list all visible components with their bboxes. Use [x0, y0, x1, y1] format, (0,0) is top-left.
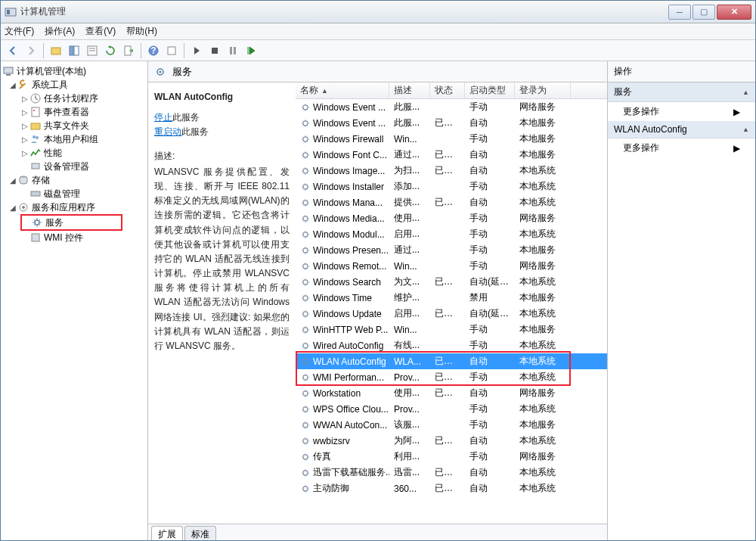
collapse-icon[interactable]: ◢: [8, 204, 17, 212]
bottom-tabs: 扩展 标准: [148, 524, 607, 540]
tree-services[interactable]: 服务: [22, 216, 121, 229]
collapse-icon[interactable]: ◢: [8, 176, 17, 185]
expand-icon[interactable]: ▷: [20, 95, 29, 103]
service-row[interactable]: Windows Font C...通过...已启动自动本地服务: [296, 147, 607, 163]
service-row[interactable]: wwbizsrv为阿...已启动自动本地系统: [296, 433, 607, 449]
folder-share-icon: [29, 120, 42, 132]
play-button[interactable]: [188, 42, 205, 59]
perf-icon: [29, 147, 42, 159]
nav-forward-button[interactable]: [23, 42, 39, 59]
service-row[interactable]: Windows Image...为扫...已启动自动本地系统: [296, 163, 607, 179]
tree-storage[interactable]: ◢ 存储: [2, 173, 146, 187]
actions-section-selected[interactable]: WLAN AutoConfig ▲: [608, 121, 755, 138]
service-row[interactable]: WMI Performan...Prov...已启动手动本地系统: [296, 369, 607, 385]
pause-button[interactable]: [225, 42, 241, 59]
tree-devicemgr[interactable]: 设备管理器: [2, 160, 146, 173]
expand-icon[interactable]: ▷: [20, 135, 29, 144]
service-row[interactable]: Windows Event ...此服...已启动自动本地服务: [296, 115, 607, 131]
service-logon: 网络服务: [515, 387, 571, 400]
minimize-button[interactable]: ─: [668, 5, 691, 20]
actions-section-services[interactable]: 服务 ▲: [608, 82, 755, 102]
actions-more-1[interactable]: 更多操作 ▶: [608, 102, 755, 121]
service-row[interactable]: 迅雷下载基础服务...迅雷...已启动自动本地系统: [296, 465, 607, 480]
clock-icon: [29, 92, 42, 104]
export-button[interactable]: [120, 42, 137, 59]
collapse-icon[interactable]: ◢: [8, 81, 17, 89]
svg-rect-23: [32, 163, 39, 169]
menu-view[interactable]: 查看(V): [85, 25, 116, 38]
service-row[interactable]: Windows Media...使用...手动网络服务: [296, 210, 607, 226]
expand-icon[interactable]: ▷: [20, 149, 29, 157]
tab-standard[interactable]: 标准: [184, 526, 216, 540]
service-row[interactable]: Windows Event ...此服...手动网络服务: [296, 99, 607, 115]
service-row[interactable]: WPS Office Clou...Prov...手动本地系统: [296, 401, 607, 417]
tree-pane[interactable]: 计算机管理(本地) ◢ 系统工具 ▷ 任务计划程序 ▷ 事件查看器 ▷ 共享文件…: [1, 61, 148, 540]
service-row[interactable]: Windows Remot...Win...手动网络服务: [296, 258, 607, 274]
gear-icon: [300, 197, 311, 208]
col-header-desc[interactable]: 描述: [389, 82, 430, 98]
service-row[interactable]: WLAN AutoConfigWLA...已启动自动本地系统: [296, 353, 607, 369]
menu-help[interactable]: 帮助(H): [126, 25, 157, 38]
col-header-startup[interactable]: 启动类型: [465, 82, 515, 98]
tree-wmi[interactable]: WMI 控件: [2, 231, 146, 244]
service-row[interactable]: 传真利用...手动网络服务: [296, 449, 607, 465]
col-header-status[interactable]: 状态: [430, 82, 465, 98]
service-row[interactable]: 主动防御360...已启动自动本地系统: [296, 480, 607, 496]
menu-action[interactable]: 操作(A): [45, 25, 75, 38]
text: 此服务: [181, 126, 209, 137]
up-button[interactable]: [48, 42, 64, 59]
gear-icon: [300, 150, 311, 160]
service-row[interactable]: Windows Mana...提供...已启动自动本地系统: [296, 194, 607, 210]
tree-label: WMI 控件: [44, 232, 83, 244]
tree-servicesapps[interactable]: ◢ 服务和应用程序: [2, 201, 146, 214]
service-row[interactable]: Windows Installer添加...手动本地系统: [296, 179, 607, 194]
stop-button[interactable]: [206, 42, 223, 59]
tree-eventviewer[interactable]: ▷ 事件查看器: [2, 105, 146, 119]
filter-button[interactable]: [163, 42, 180, 59]
service-row[interactable]: Windows Time维护...禁用本地服务: [296, 290, 607, 306]
service-name: WMI Performan...: [313, 372, 384, 383]
actions-more-2[interactable]: 更多操作 ▶: [608, 138, 755, 157]
service-row[interactable]: Windows FirewallWin...手动本地服务: [296, 131, 607, 147]
maximize-button[interactable]: ▢: [692, 5, 715, 20]
properties-button[interactable]: [84, 42, 101, 59]
restart-link[interactable]: 重启动: [154, 126, 181, 137]
service-row[interactable]: Windows Update启用...已启动自动(延迟...本地系统: [296, 306, 607, 322]
stop-service-line: 停止此服务: [154, 110, 290, 125]
service-row[interactable]: Wired AutoConfig有线...手动本地系统: [296, 337, 607, 353]
service-logon: 本地服务: [515, 418, 571, 431]
service-row[interactable]: WinHTTP Web P...Win...手动本地服务: [296, 322, 607, 337]
service-row[interactable]: Windows Search为文...已启动自动(延迟...本地系统: [296, 274, 607, 290]
col-header-name[interactable]: 名称▲: [296, 82, 389, 98]
menu-file[interactable]: 文件(F): [5, 25, 34, 38]
service-desc: 有线...: [389, 339, 430, 352]
svg-point-51: [303, 406, 308, 411]
tree-taskscheduler[interactable]: ▷ 任务计划程序: [2, 92, 146, 105]
close-button[interactable]: ✕: [717, 5, 751, 20]
service-row[interactable]: WWAN AutoCon...该服...手动本地服务: [296, 417, 607, 433]
tree-diskmgmt[interactable]: 磁盘管理: [2, 187, 146, 201]
device-icon: [29, 160, 42, 173]
refresh-button[interactable]: [102, 42, 119, 59]
tree-root[interactable]: 计算机管理(本地): [2, 64, 146, 78]
expand-icon[interactable]: ▷: [20, 108, 29, 117]
restart-button[interactable]: [243, 42, 259, 59]
services-rows[interactable]: Windows Event ...此服...手动网络服务Windows Even…: [296, 99, 607, 524]
col-header-logon[interactable]: 登录为: [515, 82, 571, 98]
show-hide-button[interactable]: [66, 42, 82, 59]
service-row[interactable]: Workstation使用...已启动自动网络服务: [296, 385, 607, 401]
service-logon: 本地服务: [515, 148, 571, 161]
tree-sharedfolders[interactable]: ▷ 共享文件夹: [2, 119, 146, 132]
service-row[interactable]: Windows Modul...启用...手动本地系统: [296, 226, 607, 242]
gear-icon: [300, 277, 311, 288]
help-button[interactable]: ?: [145, 42, 162, 59]
service-row[interactable]: Windows Presen...通过...手动本地服务: [296, 242, 607, 258]
nav-back-button[interactable]: [5, 42, 21, 59]
svg-point-40: [303, 232, 308, 236]
tab-extended[interactable]: 扩展: [151, 526, 183, 540]
stop-link[interactable]: 停止: [154, 112, 172, 123]
tree-systools[interactable]: ◢ 系统工具: [2, 78, 146, 92]
tree-performance[interactable]: ▷ 性能: [2, 146, 146, 160]
tree-localusers[interactable]: ▷ 本地用户和组: [2, 132, 146, 146]
expand-icon[interactable]: ▷: [20, 122, 29, 130]
